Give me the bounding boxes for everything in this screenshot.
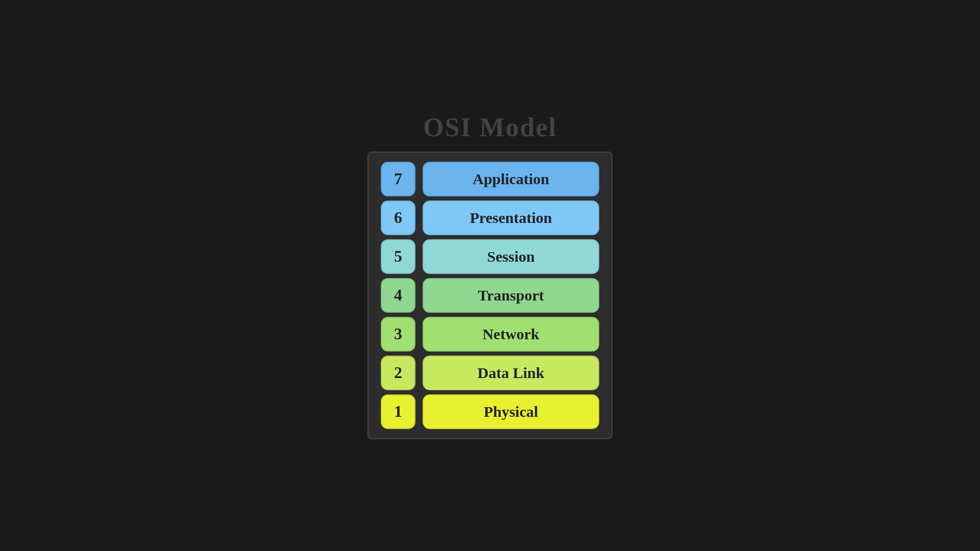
layer-number-7: 7 [381,162,415,196]
layer-row-5: 5Session [381,239,599,274]
layer-row-4: 4Transport [381,278,599,313]
diagram-container: OSI Model 7Application6Presentation5Sess… [368,112,612,439]
diagram-title: OSI Model [423,112,557,142]
layer-label-1: Physical [423,394,599,429]
layer-number-1: 1 [381,394,415,429]
layer-number-4: 4 [381,278,415,313]
layer-row-6: 6Presentation [381,201,599,235]
layer-row-3: 3Network [381,317,599,352]
layer-label-3: Network [423,317,599,352]
layer-number-3: 3 [381,317,415,352]
layer-number-2: 2 [381,356,415,390]
layer-row-2: 2Data Link [381,356,599,390]
osi-table: 7Application6Presentation5Session4Transp… [368,152,612,439]
layer-row-7: 7Application [381,162,599,196]
layer-number-6: 6 [381,201,415,235]
layer-label-6: Presentation [423,201,599,235]
layer-label-7: Application [423,162,599,196]
layer-label-5: Session [423,239,599,274]
layer-number-5: 5 [381,239,415,274]
layer-row-1: 1Physical [381,394,599,429]
layer-label-4: Transport [423,278,599,313]
layer-label-2: Data Link [423,356,599,390]
